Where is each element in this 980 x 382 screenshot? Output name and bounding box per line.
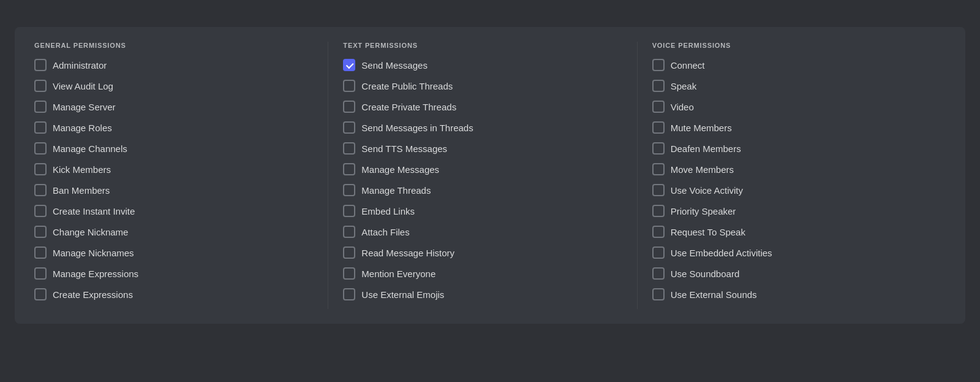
checkbox-manage-expressions[interactable] — [34, 267, 47, 280]
permission-item-attach-files: Attach Files — [343, 226, 622, 238]
permission-item-kick-members: Kick Members — [34, 163, 313, 175]
permission-item-use-external-sounds: Use External Sounds — [652, 288, 931, 300]
column-voice: VOICE PERMISSIONSConnectSpeakVideoMute M… — [652, 42, 946, 309]
permission-item-send-messages-in-threads: Send Messages in Threads — [343, 121, 622, 134]
checkbox-manage-threads[interactable] — [343, 184, 355, 196]
permission-item-manage-nicknames: Manage Nicknames — [34, 246, 313, 259]
label-send-messages-in-threads: Send Messages in Threads — [361, 123, 473, 133]
permission-item-change-nickname: Change Nickname — [34, 226, 313, 238]
permission-item-administrator: Administrator — [34, 59, 313, 71]
checkbox-send-tts-messages[interactable] — [343, 142, 355, 155]
label-manage-messages: Manage Messages — [361, 164, 439, 175]
label-use-external-emojis: Use External Emojis — [361, 289, 444, 300]
label-use-voice-activity: Use Voice Activity — [671, 185, 743, 196]
checkbox-send-messages-in-threads[interactable] — [343, 121, 355, 134]
checkbox-request-to-speak[interactable] — [652, 226, 665, 238]
checkbox-read-message-history[interactable] — [343, 246, 355, 259]
permission-item-priority-speaker: Priority Speaker — [652, 205, 931, 217]
column-general: GENERAL PERMISSIONSAdministratorView Aud… — [34, 42, 328, 309]
checkbox-use-soundboard[interactable] — [652, 267, 665, 280]
column-title-voice: VOICE PERMISSIONS — [652, 42, 931, 49]
checkbox-use-external-emojis[interactable] — [343, 288, 355, 300]
permission-item-deafen-members: Deafen Members — [652, 142, 931, 155]
checkbox-change-nickname[interactable] — [34, 226, 47, 238]
checkbox-attach-files[interactable] — [343, 226, 355, 238]
checkbox-manage-nicknames[interactable] — [34, 246, 47, 259]
label-request-to-speak: Request To Speak — [671, 227, 745, 237]
permission-item-manage-threads: Manage Threads — [343, 184, 622, 196]
permission-item-manage-expressions: Manage Expressions — [34, 267, 313, 280]
checkbox-manage-messages[interactable] — [343, 163, 355, 175]
permission-item-manage-server: Manage Server — [34, 101, 313, 113]
checkbox-speak[interactable] — [652, 80, 665, 92]
label-create-public-threads: Create Public Threads — [361, 81, 453, 91]
checkbox-create-public-threads[interactable] — [343, 80, 355, 92]
label-ban-members: Ban Members — [53, 185, 110, 196]
permission-item-manage-channels: Manage Channels — [34, 142, 313, 155]
checkbox-manage-channels[interactable] — [34, 142, 47, 155]
permission-item-manage-roles: Manage Roles — [34, 121, 313, 134]
checkbox-view-audit-log[interactable] — [34, 80, 47, 92]
label-manage-channels: Manage Channels — [53, 143, 127, 154]
checkbox-use-external-sounds[interactable] — [652, 288, 665, 300]
permission-item-mute-members: Mute Members — [652, 121, 931, 134]
checkbox-create-private-threads[interactable] — [343, 101, 355, 113]
label-deafen-members: Deafen Members — [671, 143, 741, 154]
permission-item-view-audit-log: View Audit Log — [34, 80, 313, 92]
label-embed-links: Embed Links — [361, 206, 415, 216]
label-mention-everyone: Mention Everyone — [361, 269, 435, 279]
checkbox-create-instant-invite[interactable] — [34, 205, 47, 217]
label-manage-server: Manage Server — [53, 102, 116, 112]
checkbox-send-messages[interactable] — [343, 59, 355, 71]
checkbox-use-embedded-activities[interactable] — [652, 246, 665, 259]
label-mute-members: Mute Members — [671, 123, 732, 133]
column-title-text: TEXT PERMISSIONS — [343, 42, 622, 49]
checkbox-manage-server[interactable] — [34, 101, 47, 113]
label-send-tts-messages: Send TTS Messages — [361, 143, 447, 154]
checkbox-embed-links[interactable] — [343, 205, 355, 217]
checkbox-ban-members[interactable] — [34, 184, 47, 196]
checkbox-kick-members[interactable] — [34, 163, 47, 175]
permission-item-mention-everyone: Mention Everyone — [343, 267, 622, 280]
checkbox-manage-roles[interactable] — [34, 121, 47, 134]
label-kick-members: Kick Members — [53, 164, 111, 175]
label-manage-expressions: Manage Expressions — [53, 269, 138, 279]
permission-item-speak: Speak — [652, 80, 931, 92]
permission-item-ban-members: Ban Members — [34, 184, 313, 196]
checkbox-connect[interactable] — [652, 59, 665, 71]
label-move-members: Move Members — [671, 164, 734, 175]
permission-item-create-instant-invite: Create Instant Invite — [34, 205, 313, 217]
label-speak: Speak — [671, 81, 697, 91]
column-title-general: GENERAL PERMISSIONS — [34, 42, 313, 49]
permission-item-create-public-threads: Create Public Threads — [343, 80, 622, 92]
checkbox-mute-members[interactable] — [652, 121, 665, 134]
label-send-messages: Send Messages — [361, 60, 428, 71]
checkbox-priority-speaker[interactable] — [652, 205, 665, 217]
checkbox-use-voice-activity[interactable] — [652, 184, 665, 196]
permission-item-move-members: Move Members — [652, 163, 931, 175]
checkbox-create-expressions[interactable] — [34, 288, 47, 300]
permission-item-use-external-emojis: Use External Emojis — [343, 288, 622, 300]
permission-item-use-voice-activity: Use Voice Activity — [652, 184, 931, 196]
permission-item-send-messages: Send Messages — [343, 59, 622, 71]
checkbox-move-members[interactable] — [652, 163, 665, 175]
label-create-expressions: Create Expressions — [53, 289, 133, 300]
permission-item-use-embedded-activities: Use Embedded Activities — [652, 246, 931, 259]
checkbox-video[interactable] — [652, 101, 665, 113]
permission-item-request-to-speak: Request To Speak — [652, 226, 931, 238]
label-use-external-sounds: Use External Sounds — [671, 289, 757, 300]
page-title — [15, 10, 965, 27]
column-text: TEXT PERMISSIONSSend MessagesCreate Publ… — [343, 42, 637, 309]
checkbox-administrator[interactable] — [34, 59, 47, 71]
permission-item-embed-links: Embed Links — [343, 205, 622, 217]
checkbox-mention-everyone[interactable] — [343, 267, 355, 280]
permission-item-use-soundboard: Use Soundboard — [652, 267, 931, 280]
label-change-nickname: Change Nickname — [53, 227, 128, 237]
label-manage-nicknames: Manage Nicknames — [53, 248, 134, 258]
permission-item-connect: Connect — [652, 59, 931, 71]
label-manage-threads: Manage Threads — [361, 185, 431, 196]
permissions-container: GENERAL PERMISSIONSAdministratorView Aud… — [15, 27, 965, 324]
permission-item-create-expressions: Create Expressions — [34, 288, 313, 300]
checkbox-deafen-members[interactable] — [652, 142, 665, 155]
permission-item-create-private-threads: Create Private Threads — [343, 101, 622, 113]
